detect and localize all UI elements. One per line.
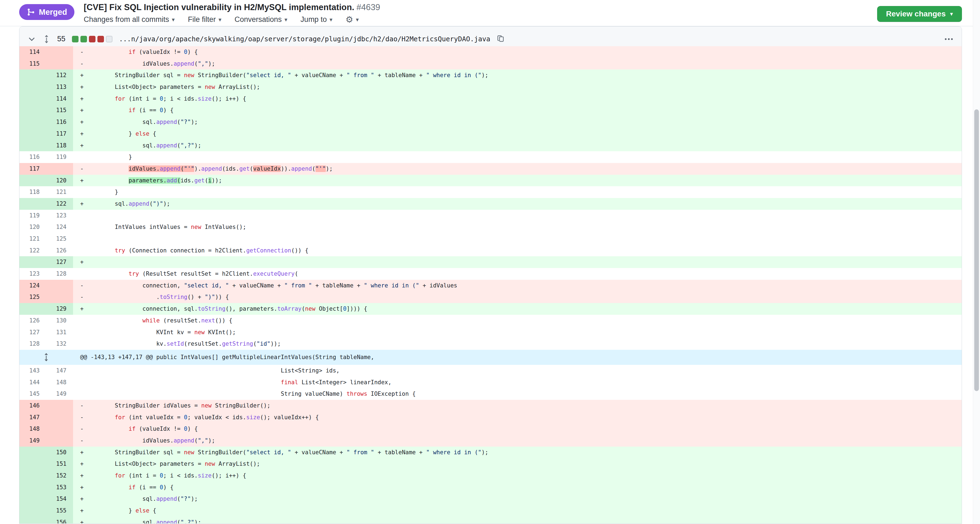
new-line-number[interactable]: 155	[46, 505, 73, 517]
old-line-number[interactable]: 146	[19, 400, 46, 411]
old-line-number[interactable]: 116	[19, 151, 46, 163]
code-token: IntValues intValues =	[87, 224, 191, 230]
dropdown-caret-icon: ▾	[356, 16, 359, 23]
old-line-number[interactable]: 125	[19, 291, 46, 303]
review-changes-button[interactable]: Review changes▾	[877, 6, 962, 22]
old-line-number[interactable]: 114	[19, 46, 46, 58]
old-line-number[interactable]: 118	[19, 186, 46, 198]
new-line-number[interactable]: 124	[46, 221, 73, 233]
new-line-number[interactable]	[46, 46, 73, 58]
old-line-number[interactable]: 120	[19, 221, 46, 233]
new-line-number[interactable]: 149	[46, 388, 73, 400]
diffstat[interactable]	[72, 36, 113, 42]
new-line-number[interactable]: 117	[46, 128, 73, 140]
scrollbar-thumb[interactable]	[974, 110, 979, 391]
nav-jump-to[interactable]: Jump to▾	[301, 15, 332, 24]
new-line-number[interactable]: 156	[46, 517, 73, 524]
new-line-number[interactable]: 113	[46, 81, 73, 93]
new-line-number[interactable]	[46, 423, 73, 435]
code-token: ArrayList();	[215, 460, 260, 467]
old-line-number[interactable]: 144	[19, 376, 46, 388]
new-line-number[interactable]: 114	[46, 93, 73, 105]
new-line-number[interactable]: 126	[46, 245, 73, 257]
new-line-number[interactable]: 147	[46, 365, 73, 376]
new-line-number[interactable]	[46, 411, 73, 423]
new-line-number[interactable]	[46, 163, 73, 175]
old-line-number[interactable]	[19, 505, 46, 517]
diff-settings-button[interactable]: ⚙▾	[345, 15, 359, 24]
old-line-number[interactable]	[19, 198, 46, 210]
old-line-number[interactable]	[19, 303, 46, 315]
new-line-number[interactable]: 116	[46, 116, 73, 128]
new-line-number[interactable]: 119	[46, 151, 73, 163]
new-line-number[interactable]: 129	[46, 303, 73, 315]
old-line-number[interactable]: 117	[19, 163, 46, 175]
code-line: - idValues.append(",");	[73, 435, 962, 446]
new-line-number[interactable]: 131	[46, 327, 73, 338]
new-line-number[interactable]: 121	[46, 186, 73, 198]
new-line-number[interactable]: 132	[46, 338, 73, 350]
file-drag-handle-icon[interactable]	[42, 34, 51, 44]
old-line-number[interactable]: 145	[19, 388, 46, 400]
old-line-number[interactable]	[19, 116, 46, 128]
new-line-number[interactable]: 151	[46, 458, 73, 470]
new-line-number[interactable]: 127	[46, 256, 73, 268]
old-line-number[interactable]: 115	[19, 58, 46, 70]
nav-changes-from-all-commits[interactable]: Changes from all commits▾	[84, 15, 175, 24]
new-line-number[interactable]: 118	[46, 140, 73, 151]
old-line-number[interactable]	[19, 105, 46, 116]
new-line-number[interactable]	[46, 291, 73, 303]
old-line-number[interactable]	[19, 517, 46, 524]
new-line-number[interactable]: 130	[46, 315, 73, 327]
old-line-number[interactable]: 123	[19, 268, 46, 280]
new-line-number[interactable]	[46, 58, 73, 70]
copy-path-icon[interactable]	[497, 35, 504, 43]
new-line-number[interactable]: 122	[46, 198, 73, 210]
old-line-number[interactable]	[19, 128, 46, 140]
new-line-number[interactable]	[46, 400, 73, 411]
new-line-number[interactable]: 148	[46, 376, 73, 388]
new-line-number[interactable]: 152	[46, 470, 73, 482]
old-line-number[interactable]	[19, 256, 46, 268]
nav-file-filter[interactable]: File filter▾	[188, 15, 222, 24]
old-line-number[interactable]: 148	[19, 423, 46, 435]
hunk-unfold-icon[interactable]	[19, 350, 73, 365]
old-line-number[interactable]	[19, 93, 46, 105]
old-line-number[interactable]	[19, 81, 46, 93]
file-path[interactable]: ...n/java/org/apache/skywalking/oap/serv…	[119, 35, 490, 43]
old-line-number[interactable]	[19, 446, 46, 458]
new-line-number[interactable]: 112	[46, 70, 73, 81]
old-line-number[interactable]: 121	[19, 233, 46, 245]
old-line-number[interactable]: 126	[19, 315, 46, 327]
old-line-number[interactable]: 128	[19, 338, 46, 350]
new-line-number[interactable]: 120	[46, 175, 73, 186]
new-line-number[interactable]: 123	[46, 210, 73, 222]
old-line-number[interactable]	[19, 175, 46, 186]
new-line-number[interactable]: 125	[46, 233, 73, 245]
old-line-number[interactable]	[19, 482, 46, 493]
code-token	[87, 165, 129, 172]
new-line-number[interactable]: 153	[46, 482, 73, 493]
new-line-number[interactable]	[46, 280, 73, 292]
new-line-number[interactable]: 154	[46, 493, 73, 505]
new-line-number[interactable]: 115	[46, 105, 73, 116]
code-token: (); i++) {	[212, 95, 246, 102]
old-line-number[interactable]	[19, 140, 46, 151]
file-options-kebab-icon[interactable]	[944, 37, 953, 41]
old-line-number[interactable]	[19, 70, 46, 81]
old-line-number[interactable]: 122	[19, 245, 46, 257]
old-line-number[interactable]: 127	[19, 327, 46, 338]
new-line-number[interactable]: 128	[46, 268, 73, 280]
old-line-number[interactable]: 147	[19, 411, 46, 423]
old-line-number[interactable]: 149	[19, 435, 46, 446]
file-collapse-chevron-icon[interactable]	[28, 35, 36, 43]
old-line-number[interactable]: 143	[19, 365, 46, 376]
old-line-number[interactable]	[19, 470, 46, 482]
nav-conversations[interactable]: Conversations▾	[234, 15, 287, 24]
old-line-number[interactable]: 124	[19, 280, 46, 292]
new-line-number[interactable]	[46, 435, 73, 446]
old-line-number[interactable]	[19, 458, 46, 470]
old-line-number[interactable]: 119	[19, 210, 46, 222]
new-line-number[interactable]: 150	[46, 446, 73, 458]
old-line-number[interactable]	[19, 493, 46, 505]
